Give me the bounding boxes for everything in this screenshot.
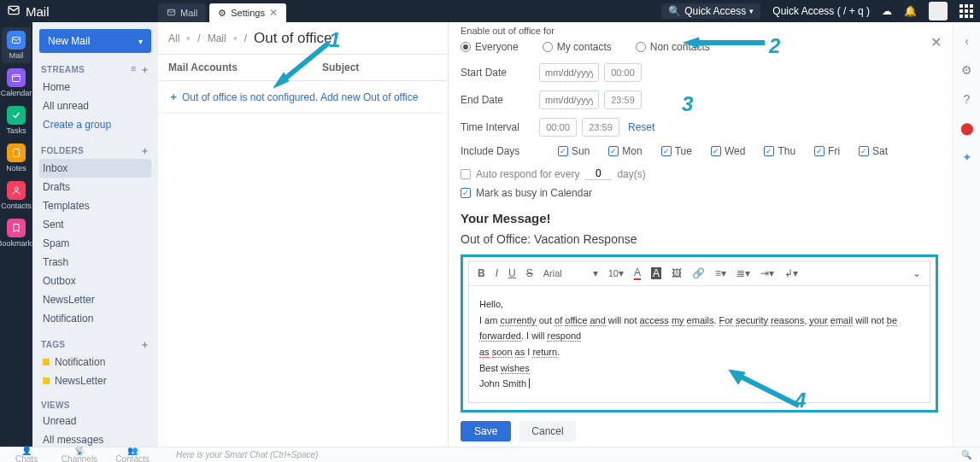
auto-respond-days-input[interactable]: [584, 167, 612, 180]
start-date-label: Start Date: [461, 67, 539, 79]
svg-rect-4: [14, 149, 20, 157]
crumb-mail[interactable]: Mail: [208, 32, 226, 44]
sidebar-item-drafts[interactable]: Drafts: [39, 178, 151, 196]
bottom-chats[interactable]: 👤Chats: [0, 447, 53, 463]
font-select[interactable]: Arial: [543, 268, 593, 278]
sidebar-item-trash[interactable]: Trash: [39, 253, 151, 272]
mark-busy-checkbox[interactable]: ✓: [461, 188, 471, 198]
image-icon[interactable]: 🖼: [672, 267, 682, 279]
interval-to-input[interactable]: [582, 118, 619, 137]
svg-marker-11: [729, 370, 745, 384]
end-time-input[interactable]: [604, 91, 642, 109]
day-fri[interactable]: ✓Fri: [814, 145, 840, 157]
callout-2: 2: [769, 34, 780, 58]
end-date-input[interactable]: [539, 91, 599, 109]
start-time-input[interactable]: [604, 63, 642, 82]
apprail-bookmarks[interactable]: Bookmarks: [2, 215, 31, 251]
quick-access-search[interactable]: 🔍 Quick Access ▾: [661, 3, 760, 19]
day-sat[interactable]: ✓Sat: [859, 145, 888, 157]
crumb-all[interactable]: All: [168, 32, 179, 44]
bottom-contacts[interactable]: 👥Contacts: [106, 447, 159, 463]
gear-icon[interactable]: ⚙: [961, 63, 972, 77]
sidebar-tag-notification[interactable]: Notification: [39, 353, 151, 371]
apprail-mail[interactable]: Mail: [2, 27, 31, 63]
list-icon[interactable]: ≣▾: [736, 267, 750, 279]
plus-icon[interactable]: ＋: [140, 144, 150, 157]
mail-icon: [167, 8, 176, 19]
tab-mail[interactable]: Mail: [158, 3, 206, 22]
day-sun[interactable]: ✓Sun: [558, 145, 590, 157]
radio-icon: [543, 42, 553, 52]
subject-input[interactable]: Out of Office: Vacation Response: [461, 232, 938, 246]
close-icon[interactable]: ✕: [930, 34, 942, 50]
apprail-contacts[interactable]: Contacts: [2, 178, 31, 213]
bottom-channels[interactable]: 📡Channels: [53, 447, 106, 463]
radio-everyone[interactable]: Everyone: [461, 41, 519, 53]
sidebar-tag-newsletter[interactable]: NewsLetter: [39, 371, 151, 390]
chevron-down-icon: ▾: [749, 7, 754, 15]
reset-link[interactable]: Reset: [628, 121, 654, 133]
sidebar-item-all-unread[interactable]: All unread: [39, 96, 151, 115]
save-button[interactable]: Save: [461, 421, 511, 442]
avatar[interactable]: [929, 2, 948, 20]
svg-rect-3: [13, 75, 21, 82]
sidebar-item-templates[interactable]: Templates: [39, 196, 151, 215]
day-mon[interactable]: ✓Mon: [608, 145, 642, 157]
sidebar-item-home[interactable]: Home: [39, 78, 151, 96]
chevron-left-icon[interactable]: ‹: [965, 34, 969, 48]
plus-icon[interactable]: ＋: [140, 63, 150, 76]
help-icon[interactable]: ?: [964, 92, 971, 106]
interval-label: Time Interval: [461, 121, 539, 133]
close-icon[interactable]: ✕: [269, 7, 278, 19]
sidebar-view-all[interactable]: All messages: [39, 430, 151, 447]
cancel-button[interactable]: Cancel: [519, 421, 575, 442]
cloud-icon[interactable]: ☁: [882, 5, 892, 17]
direction-icon[interactable]: ↲▾: [784, 267, 798, 279]
new-mail-button[interactable]: New Mail▾: [39, 29, 151, 53]
tab-label: Mail: [180, 8, 197, 18]
day-tue[interactable]: ✓Tue: [661, 145, 692, 157]
end-date-label: End Date: [461, 94, 539, 106]
sidebar-item-spam[interactable]: Spam: [39, 234, 151, 253]
text-color-icon[interactable]: A: [634, 266, 641, 280]
underline-icon[interactable]: U: [508, 267, 516, 279]
bold-icon[interactable]: B: [478, 267, 485, 279]
size-select[interactable]: 10: [608, 268, 619, 278]
strike-icon[interactable]: S: [526, 267, 533, 279]
apprail-calendar[interactable]: Calendar: [2, 65, 31, 101]
radio-my-contacts[interactable]: My contacts: [543, 41, 612, 53]
list-icon[interactable]: ≡: [131, 63, 137, 76]
chevron-down-icon: ▾: [138, 37, 143, 46]
sidebar-item-outbox[interactable]: Outbox: [39, 272, 151, 290]
highlight-icon[interactable]: A: [651, 267, 661, 279]
interval-from-input[interactable]: [539, 118, 577, 137]
sidebar-item-notification[interactable]: Notification: [39, 309, 151, 328]
gear-icon: ⚙: [218, 8, 226, 19]
search-icon[interactable]: 🔍: [961, 450, 971, 459]
apprail-notes[interactable]: Notes: [2, 140, 31, 176]
editor-body[interactable]: Hello, I am currently out of office and …: [469, 286, 930, 402]
tab-settings[interactable]: ⚙ Settings ✕: [209, 3, 286, 22]
apps-grid-icon[interactable]: [959, 4, 973, 18]
widget-icon[interactable]: ✦: [962, 150, 972, 164]
more-icon[interactable]: ⌄: [913, 267, 921, 279]
day-wed[interactable]: ✓Wed: [711, 145, 745, 157]
link-icon[interactable]: 🔗: [692, 267, 705, 279]
sidebar-item-sent[interactable]: Sent: [39, 215, 151, 234]
bell-icon[interactable]: 🔔: [904, 5, 917, 17]
editor-highlight-box: B I U S Arial▾ 10 ▾ A A 🖼 🔗 ≡▾ ≣▾ ⇥▾ ↲▾ …: [461, 254, 938, 412]
plus-icon[interactable]: ＋: [140, 338, 150, 351]
auto-respond-checkbox[interactable]: ✓: [461, 169, 471, 179]
day-thu[interactable]: ✓Thu: [764, 145, 795, 157]
apprail-tasks[interactable]: Tasks: [2, 102, 31, 138]
align-icon[interactable]: ≡▾: [715, 267, 726, 279]
indent-icon[interactable]: ⇥▾: [760, 267, 774, 279]
sidebar-item-newsletter[interactable]: NewsLetter: [39, 290, 151, 309]
start-date-input[interactable]: [539, 63, 599, 82]
italic-icon[interactable]: I: [496, 267, 498, 279]
sidebar-create-group[interactable]: Create a group: [39, 115, 151, 134]
status-icon[interactable]: ⬤: [960, 121, 974, 135]
sidebar-view-unread[interactable]: Unread: [39, 412, 151, 430]
sidebar-item-inbox[interactable]: Inbox: [39, 159, 151, 178]
tags-heading: TAGS: [41, 340, 65, 349]
